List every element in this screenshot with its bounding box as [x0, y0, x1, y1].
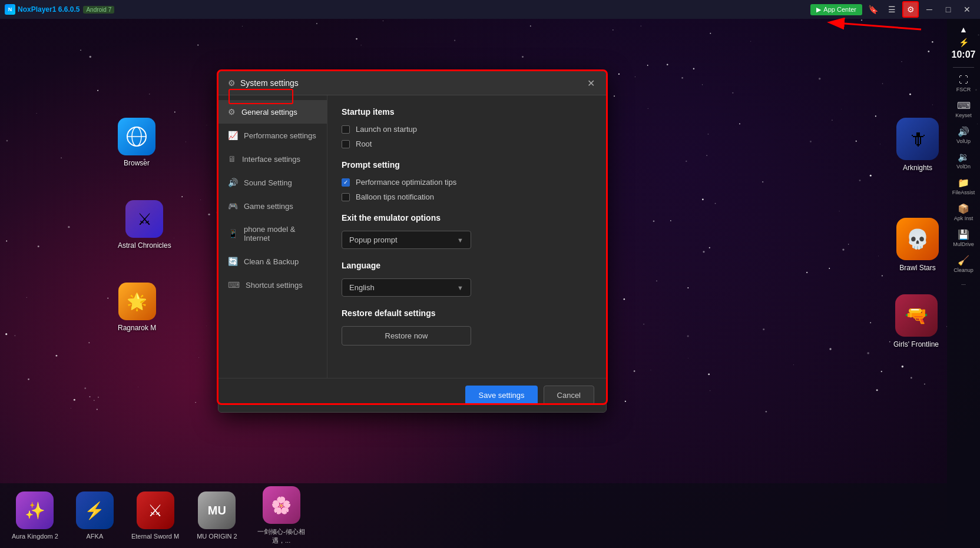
mu-label: MU ORIGIN 2	[197, 533, 237, 540]
nox-logo: N NoxPlayer1 6.6.0.5	[5, 4, 80, 15]
exit-dropdown-value: Popup prompt	[349, 235, 398, 244]
fscr-button[interactable]: ⛶ FSCR	[951, 72, 976, 95]
exit-dropdown[interactable]: Popup prompt ▼	[342, 231, 471, 249]
brawlstars-label: Brawl Stars	[899, 264, 935, 272]
close-button[interactable]: ✕	[959, 2, 975, 16]
fscr-label: FSCR	[956, 87, 971, 93]
desktop-icon-browser[interactable]: Browser	[118, 118, 155, 167]
cleanup-label: Cleanup	[953, 267, 974, 274]
wifi-icon: ▲	[959, 25, 968, 34]
nav-item-shortcut[interactable]: ⌨ Shortcut settings	[218, 273, 327, 297]
save-settings-button[interactable]: Save settings	[465, 386, 537, 405]
bottom-app-aura[interactable]: ✨ Aura Kingdom 2	[12, 491, 58, 540]
jian-icon: 🌸	[263, 486, 300, 524]
nav-item-general[interactable]: ⚙ General settings	[218, 100, 327, 124]
language-section-title: Language	[342, 261, 592, 270]
launch-startup-checkbox[interactable]	[342, 125, 350, 134]
bottom-app-eternal[interactable]: ⚔ Eternal Sword M	[131, 491, 179, 540]
shortcut-settings-label: Shortcut settings	[246, 281, 303, 290]
bottom-app-mu[interactable]: MU MU ORIGIN 2	[197, 491, 237, 540]
cleanup-icon: 🧹	[958, 255, 969, 266]
app-center-button[interactable]: ▶ App Center	[810, 4, 862, 15]
apkinst-icon: 📦	[958, 203, 969, 214]
dialog-close-button[interactable]: ✕	[585, 77, 597, 89]
arknights-app-icon: 🗡	[896, 118, 939, 160]
cleanup-button[interactable]: 🧹 Cleanup	[951, 253, 976, 276]
performance-settings-icon: 📈	[228, 131, 238, 140]
dialog-footer: Save settings Cancel	[218, 378, 606, 412]
language-dropdown-value: English	[349, 283, 375, 292]
root-row: Root	[342, 140, 592, 148]
apkinst-button[interactable]: 📦 Apk Inst	[951, 201, 976, 224]
restore-section: Restore default settings Restore now	[342, 308, 592, 346]
play-icon: ▶	[816, 6, 821, 14]
desktop-icon-girls-frontline[interactable]: 🔫 Girls' Frontline	[893, 294, 939, 348]
nox-logo-icon: N	[5, 4, 15, 15]
aura-icon: ✨	[16, 491, 54, 529]
nav-item-sound[interactable]: 🔊 Sound Setting	[218, 171, 327, 194]
prompt-section-title: Prompt setting	[342, 160, 592, 170]
brawlstars-app-icon: 💀	[896, 218, 939, 260]
menu-button[interactable]: ☰	[883, 2, 900, 16]
settings-gear-button[interactable]: ⚙	[902, 2, 919, 16]
nav-item-performance[interactable]: 📈 Performance settings	[218, 124, 327, 147]
bookmark-button[interactable]: 🔖	[865, 2, 881, 16]
nav-item-interface[interactable]: 🖥 Interface settings	[218, 147, 327, 171]
desktop-icon-astral[interactable]: ⚔ Astral Chronicles	[118, 200, 171, 250]
volup-label: VolUp	[956, 138, 971, 145]
bottom-app-afka[interactable]: ⚡ AFKA	[76, 491, 114, 540]
muldrive-button[interactable]: 💾 MulDrive	[951, 227, 976, 250]
game-settings-icon: 🎮	[228, 201, 238, 211]
volup-button[interactable]: 🔊 VolUp	[951, 124, 976, 147]
eternal-label: Eternal Sword M	[131, 533, 179, 540]
fileassist-icon: 📁	[958, 177, 969, 188]
phone-settings-label: phone model & Internet	[244, 225, 317, 243]
balloon-tips-checkbox[interactable]	[342, 193, 350, 201]
desktop-icon-ragnarok[interactable]: 🌟 Ragnarok M	[118, 283, 156, 332]
exit-dropdown-arrow: ▼	[457, 237, 463, 244]
nav-item-clean[interactable]: 🔄 Clean & Backup	[218, 250, 327, 273]
phone-settings-icon: 📱	[228, 229, 238, 238]
maximize-button[interactable]: □	[940, 2, 956, 16]
muldrive-icon: 💾	[958, 229, 969, 240]
nav-item-game[interactable]: 🎮 Game settings	[218, 194, 327, 218]
settings-dialog: ⚙ System settings ✕ ⚙ General settings 📈…	[218, 71, 607, 413]
sidebar-divider-1	[953, 67, 974, 68]
sound-settings-label: Sound Setting	[244, 178, 292, 187]
bottom-app-jian[interactable]: 🌸 一剑倾心-倾心相遇，...	[255, 486, 308, 545]
keyset-button[interactable]: ⌨ Keyset	[951, 98, 976, 121]
more-label: ...	[961, 280, 966, 287]
girls-frontline-label: Girls' Frontline	[893, 340, 939, 348]
language-dropdown-arrow: ▼	[457, 284, 463, 291]
fscr-icon: ⛶	[959, 75, 968, 85]
general-settings-icon: ⚙	[228, 107, 236, 117]
restore-now-button[interactable]: Restore now	[342, 326, 471, 346]
dialog-nav: ⚙ General settings 📈 Performance setting…	[218, 95, 327, 378]
ragnarok-label: Ragnarok M	[118, 324, 156, 332]
topbar-right: ▶ App Center 🔖 ☰ ⚙ ─ □ ✕	[810, 2, 980, 16]
jian-label: 一剑倾心-倾心相遇，...	[255, 527, 308, 545]
root-checkbox[interactable]	[342, 140, 350, 148]
minimize-button[interactable]: ─	[921, 2, 938, 16]
voldn-icon: 🔉	[958, 151, 969, 162]
desktop-icon-arknights[interactable]: 🗡 Arknights	[896, 118, 939, 172]
interface-settings-label: Interface settings	[242, 155, 300, 164]
perf-tips-row: Performance optimization tips	[342, 178, 592, 187]
desktop-icon-brawlstars[interactable]: 💀 Brawl Stars	[896, 218, 939, 272]
clean-settings-icon: 🔄	[228, 257, 238, 266]
save-settings-label: Save settings	[478, 391, 524, 400]
game-settings-label: Game settings	[244, 202, 293, 211]
more-button[interactable]: ...	[951, 278, 976, 289]
battery-icon: ⚡	[959, 38, 969, 47]
restore-btn-label: Restore now	[385, 331, 428, 340]
fileassist-button[interactable]: 📁 FileAssist	[951, 175, 976, 198]
exit-section: Exit the emulator options Popup prompt ▼	[342, 213, 592, 249]
voldn-button[interactable]: 🔉 VolDn	[951, 149, 976, 172]
dialog-titlebar: ⚙ System settings ✕	[218, 71, 606, 95]
language-dropdown[interactable]: English ▼	[342, 278, 471, 297]
dialog-titlebar-text: System settings	[240, 78, 299, 88]
nav-item-phone[interactable]: 📱 phone model & Internet	[218, 218, 327, 250]
perf-tips-checkbox[interactable]	[342, 178, 350, 187]
cancel-button[interactable]: Cancel	[544, 386, 594, 405]
muldrive-label: MulDrive	[953, 241, 974, 248]
